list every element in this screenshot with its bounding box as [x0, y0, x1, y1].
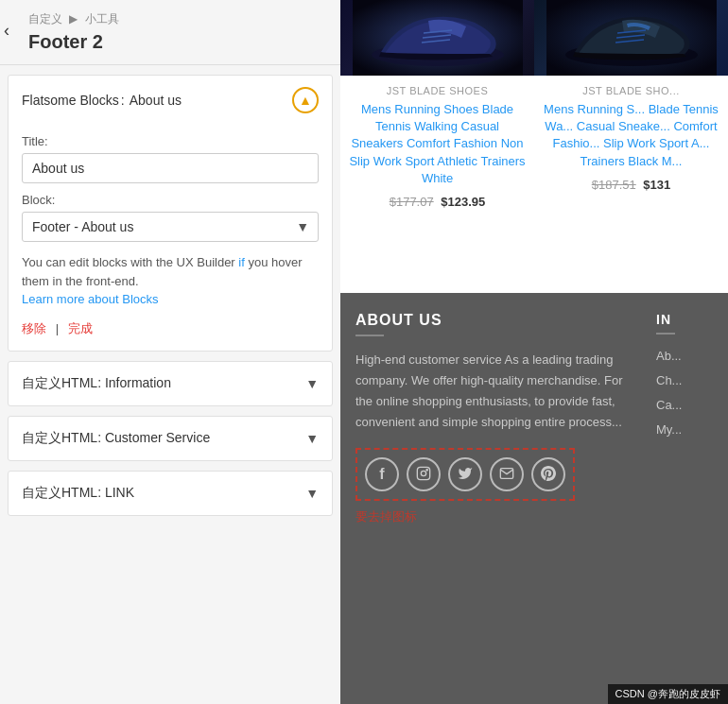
footer-right-col: IN Ab... Ch... Ca... My...: [656, 312, 713, 525]
svg-rect-10: [417, 467, 429, 479]
collapse-button[interactable]: ▲: [292, 87, 319, 113]
breadcrumb-part1: 自定义: [28, 12, 62, 26]
action-separator: |: [56, 321, 59, 335]
product-image-1: [534, 0, 728, 76]
learn-more-link[interactable]: Learn more about Blocks: [22, 292, 159, 306]
breadcrumb: 自定义 ▶ 小工具: [0, 0, 340, 31]
footer-about-title: ABOUT US: [355, 312, 637, 329]
footer-description: High-end customer service As a leading t…: [355, 350, 637, 433]
footer-section: ABOUT US High-end customer service As a …: [340, 293, 728, 704]
shoe-svg-0: [353, 0, 523, 76]
block-name-label: About us: [130, 93, 182, 108]
facebook-icon: f: [379, 466, 384, 483]
done-link[interactable]: 完成: [68, 321, 93, 335]
watermark: CSDN @奔跑的皮皮虾: [608, 684, 728, 704]
footer-col-item-1: Ch...: [656, 369, 713, 393]
breadcrumb-arrow: ▶: [69, 12, 78, 26]
helper-text-1: You can edit blocks with the UX Builder: [22, 255, 238, 269]
instagram-icon: [416, 466, 431, 484]
collapsed-name-1: Customer Service: [105, 430, 210, 445]
price-new-1: $131: [643, 178, 670, 192]
price-new-0: $123.95: [441, 195, 485, 209]
social-icon-facebook[interactable]: f: [365, 457, 399, 491]
collapsed-header-2[interactable]: 自定义HTML: LINK ▼: [9, 472, 332, 515]
footer-col-item-0: Ab...: [656, 344, 713, 369]
social-icon-instagram[interactable]: [407, 457, 441, 491]
collapsed-name-2: LINK: [105, 485, 134, 500]
remove-link[interactable]: 移除: [22, 321, 46, 335]
footer-col-item-2: Ca...: [656, 393, 713, 418]
pinterest-icon: [541, 466, 556, 484]
block-header-title: Flatsome Blocks: About us: [22, 93, 182, 108]
page-title: Footer 2: [0, 31, 340, 65]
price-old-1: $187.51: [592, 178, 636, 192]
flatsome-block-section: Flatsome Blocks: About us ▲ Title: Block…: [8, 75, 333, 352]
product-price-1: $187.51 $131: [542, 178, 720, 192]
product-brand-0: JST BLADE SHOES: [348, 85, 527, 96]
twitter-icon: [458, 466, 473, 484]
collapse-icon: ▲: [299, 93, 312, 108]
collapsed-block-1: 自定义HTML: Customer Service ▼: [8, 416, 333, 461]
back-arrow-button[interactable]: ‹: [4, 21, 9, 41]
price-old-0: $177.07: [390, 195, 434, 209]
footer-col-title: IN: [656, 312, 713, 327]
footer-col-divider: [656, 333, 675, 335]
collapsed-header-1[interactable]: 自定义HTML: Customer Service ▼: [9, 417, 332, 460]
product-card-1: JST BLADE SHO... Mens Running S... Blade…: [534, 0, 728, 293]
footer-col-item-3: My...: [656, 418, 713, 442]
email-icon: [499, 466, 514, 484]
svg-point-12: [426, 470, 427, 471]
product-card-0: JST BLADE SHOES Mens Running Shoes Blade…: [340, 0, 534, 293]
footer-col-items: Ab... Ch... Ca... My...: [656, 344, 713, 442]
flatsome-label: Flatsome Blocks: [22, 93, 119, 108]
product-title-1: Mens Running S... Blade Tennis Wa... Cas…: [542, 101, 720, 170]
block-select[interactable]: Footer - About us: [22, 212, 319, 242]
social-icon-email[interactable]: [490, 457, 524, 491]
collapsed-block-2: 自定义HTML: LINK ▼: [8, 471, 333, 516]
block-select-wrapper: Footer - About us ▼: [22, 212, 319, 242]
svg-point-11: [421, 471, 425, 475]
block-content: Title: Block: Footer - About us ▼ You ca…: [9, 134, 332, 351]
collapsed-arrow-2: ▼: [305, 486, 319, 501]
collapsed-arrow-0: ▼: [305, 376, 319, 391]
collapsed-prefix-2: 自定义HTML: [22, 485, 97, 500]
action-links: 移除 | 完成: [22, 320, 319, 337]
helper-text: You can edit blocks with the UX Builder …: [22, 253, 319, 309]
products-area: JST BLADE SHOES Mens Running Shoes Blade…: [340, 0, 728, 293]
product-image-0: [340, 0, 534, 76]
shoe-svg-1: [546, 0, 717, 76]
social-icon-twitter[interactable]: [448, 457, 482, 491]
block-field-label: Block:: [22, 193, 319, 207]
flatsome-block-header[interactable]: Flatsome Blocks: About us ▲: [9, 76, 332, 125]
back-icon: ‹: [4, 21, 9, 40]
collapsed-prefix-1: 自定义HTML: [22, 430, 97, 445]
footer-about-col: ABOUT US High-end customer service As a …: [355, 312, 637, 525]
footer-divider: [355, 335, 384, 336]
social-icons-container: f: [355, 448, 575, 501]
social-icon-pinterest[interactable]: [531, 457, 565, 491]
collapsed-title-1: 自定义HTML: Customer Service: [22, 430, 210, 447]
product-title-0: Mens Running Shoes Blade Tennis Walking …: [348, 101, 527, 187]
breadcrumb-part2: 小工具: [85, 12, 119, 26]
collapsed-prefix-0: 自定义HTML: [22, 375, 97, 390]
remove-icons-text: 要去掉图标: [355, 508, 637, 525]
collapsed-header-0[interactable]: 自定义HTML: Information ▼: [9, 362, 332, 405]
product-price-0: $177.07 $123.95: [348, 195, 527, 209]
collapsed-title-0: 自定义HTML: Information: [22, 375, 171, 392]
right-panel: JST BLADE SHOES Mens Running Shoes Blade…: [340, 0, 728, 704]
left-panel: ‹ 自定义 ▶ 小工具 Footer 2 Flatsome Blocks: Ab…: [0, 0, 340, 704]
collapsed-name-0: Information: [105, 375, 171, 390]
collapsed-block-0: 自定义HTML: Information ▼: [8, 361, 333, 406]
title-field-label: Title:: [22, 134, 319, 148]
title-input[interactable]: [22, 153, 319, 183]
collapsed-title-2: 自定义HTML: LINK: [22, 485, 134, 502]
collapsed-arrow-1: ▼: [305, 431, 319, 446]
product-brand-1: JST BLADE SHO...: [542, 85, 720, 96]
